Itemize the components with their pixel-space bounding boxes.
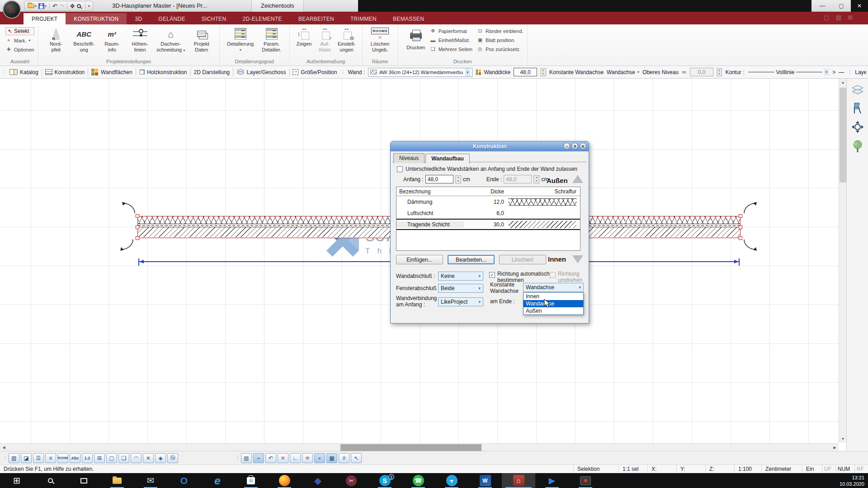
ruler-tool[interactable]: ▤ bbox=[241, 453, 252, 463]
anfang-spinner[interactable]: ▲▼ bbox=[455, 175, 461, 183]
einheit-massstab-button[interactable]: ▬Einheit/Maßst. bbox=[430, 36, 472, 44]
detailierung-button[interactable]: Detailierung▾ bbox=[223, 26, 258, 53]
copy-tool[interactable]: ❏ bbox=[118, 453, 129, 463]
mark-dropdown-icon[interactable]: ▾ bbox=[29, 38, 31, 42]
taskbar-skype[interactable]: S1 bbox=[368, 473, 401, 488]
taskbar-clock[interactable]: 13:21 10.03.2020 bbox=[840, 474, 864, 487]
dropdown-icon[interactable]: ▾ bbox=[223, 47, 258, 53]
taskbar-media-app[interactable]: ▶ bbox=[535, 473, 569, 488]
dropdown-option-innen[interactable]: Innen bbox=[524, 293, 583, 300]
drucken-button[interactable]: Drucken bbox=[402, 26, 430, 51]
tab-bearbeiten[interactable]: BEARBEITEN bbox=[290, 13, 342, 24]
wall-handle[interactable] bbox=[739, 236, 742, 240]
toolbar-grip[interactable]: ⋮ bbox=[235, 455, 240, 461]
tab-bemassen[interactable]: BEMASSEN bbox=[385, 13, 432, 24]
status-unit[interactable]: Zentimeter bbox=[761, 465, 802, 473]
maximize-button[interactable]: ▢ bbox=[832, 0, 851, 12]
raender-einblenden-button[interactable]: ⊡Ränder einblend. bbox=[477, 27, 524, 35]
loeschen-ungeb-button[interactable]: ROOMS✕LöschenUngeb. bbox=[366, 26, 394, 53]
rotate-handle-icon[interactable] bbox=[742, 202, 758, 215]
tab-projekt[interactable]: PROJEKT bbox=[24, 13, 66, 24]
north-compass-tool[interactable]: Ⓝ bbox=[167, 453, 178, 463]
eraser-tool[interactable]: ◈ bbox=[155, 453, 166, 463]
app-logo-icon[interactable]: ⌂ bbox=[3, 0, 21, 19]
ghost-icon-2[interactable]: ▤ bbox=[836, 14, 841, 21]
wall-layers-table[interactable]: Bezeichnung Dicke Schraffur Dämmung12,0 … bbox=[396, 187, 580, 251]
dropdown-icon[interactable]: ▾ bbox=[183, 48, 185, 52]
combobox-arrow-icon[interactable]: ▾ bbox=[465, 68, 470, 76]
raster-tool[interactable]: ▦ bbox=[326, 453, 337, 463]
scroll-right-button[interactable]: ▶ bbox=[831, 444, 839, 451]
niveau-spinner[interactable]: ▲▼ bbox=[717, 68, 722, 76]
grid-tool[interactable]: ⊞ bbox=[94, 453, 105, 463]
toolbar-grip[interactable]: ⋮ bbox=[340, 69, 344, 75]
save-button[interactable]: ▾ bbox=[38, 3, 47, 9]
param-detailierung-button[interactable]: Param.Detailier. bbox=[258, 26, 286, 53]
taskbar-firefox[interactable] bbox=[268, 473, 301, 488]
undo-button[interactable]: ↶ bbox=[52, 3, 57, 9]
dachverschneidung-button[interactable]: ⌂Dachver-schneidung ▾ bbox=[154, 26, 188, 53]
move-panel-icon[interactable] bbox=[852, 121, 863, 133]
select-coord-tool[interactable]: ↖ bbox=[351, 453, 362, 463]
taskbar-word[interactable]: W bbox=[468, 473, 502, 488]
wanddicke-input[interactable]: 48,0 bbox=[514, 68, 537, 76]
drawing-canvas[interactable]: softwareindustrie24 T h i n k S o f t w … bbox=[0, 79, 868, 451]
taskbar-edge[interactable]: e bbox=[201, 473, 234, 488]
layers-panel-icon[interactable] bbox=[852, 85, 863, 95]
dimension-tool[interactable]: 1.2 bbox=[82, 453, 93, 463]
optionen-button[interactable]: ✚Optionen bbox=[5, 46, 34, 53]
task-view-button[interactable] bbox=[67, 473, 100, 488]
fensterabschluss-combobox[interactable]: Beide▾ bbox=[438, 284, 483, 293]
tab-3d[interactable]: 3D bbox=[127, 13, 150, 24]
t-2d-elemente[interactable]: 2D-ELEMENTE bbox=[235, 13, 290, 24]
katalog-button[interactable]: Katalog bbox=[9, 69, 38, 75]
taskbar-explorer[interactable] bbox=[100, 473, 134, 488]
toolbar-grip[interactable]: ⋮ bbox=[847, 69, 852, 75]
rotate-handle-icon[interactable] bbox=[121, 202, 137, 215]
bearbeiten-button[interactable]: Bearbeiten... bbox=[448, 255, 495, 264]
room-label-tool[interactable]: ROOM bbox=[57, 453, 68, 463]
blatt-position-button[interactable]: ▣Blatt position. bbox=[477, 36, 524, 44]
fit-view-button[interactable]: ✥ bbox=[70, 3, 75, 9]
search-button[interactable] bbox=[33, 473, 67, 488]
toolbar-grip[interactable]: ⋮ bbox=[2, 69, 6, 75]
wandabschluss-combobox[interactable]: Keine▾ bbox=[438, 272, 483, 281]
holzkonstruktion-button[interactable]: ❒Holzkonstruktion bbox=[139, 69, 187, 76]
line-dashed-tool[interactable]: ≡ bbox=[45, 453, 56, 463]
konstante-wandachse-combobox[interactable]: Wandachse▾ bbox=[523, 283, 584, 292]
nordpfeil-button[interactable]: NNord-pfeil bbox=[42, 26, 70, 53]
dialog-help-button[interactable]: ? bbox=[571, 143, 578, 150]
scroll-down-button[interactable]: ▼ bbox=[839, 435, 847, 443]
ghost-icon-3[interactable]: ⊞ bbox=[848, 14, 853, 21]
selection-rect-tool[interactable]: ▢ bbox=[106, 453, 117, 463]
dialog-minimize-button[interactable]: ▫ bbox=[563, 143, 570, 150]
taskbar-outlook[interactable]: O bbox=[167, 473, 201, 488]
taskbar-app-dark[interactable]: ◆ bbox=[301, 473, 335, 488]
snap-point-tool[interactable]: ▪ bbox=[314, 453, 325, 463]
furniture-panel-icon[interactable] bbox=[852, 102, 863, 114]
horizontal-scroll-thumb[interactable] bbox=[340, 444, 481, 451]
wanddicke-spinner[interactable]: ▲▼ bbox=[540, 68, 546, 76]
horizontal-scrollbar[interactable]: ◀ ▶ bbox=[0, 443, 839, 451]
einstellungen-button[interactable]: ⚙Einstell-ungen bbox=[335, 26, 359, 53]
dropdown-option-wandachse[interactable]: Wandachse bbox=[524, 300, 583, 307]
section-shape-tool[interactable]: ◪ bbox=[21, 453, 32, 463]
text-tool[interactable]: Abc bbox=[70, 453, 80, 463]
expand-icon[interactable]: > bbox=[832, 69, 835, 75]
anfang-input[interactable]: 48,0 bbox=[425, 175, 453, 183]
scroll-up-button[interactable]: ▲ bbox=[839, 79, 847, 86]
zeigen-button[interactable]: ↕Zeigen bbox=[293, 26, 315, 47]
mark-button[interactable]: ⌖Mark.▾ bbox=[5, 37, 34, 44]
taskbar-mail[interactable]: ✉ bbox=[134, 473, 167, 488]
status-scale[interactable]: 1:100 bbox=[734, 465, 761, 473]
qat-overflow-button[interactable]: ▾ bbox=[88, 4, 90, 8]
tree-panel-icon[interactable] bbox=[852, 140, 863, 153]
dialog-titlebar[interactable]: Konstruktion ▫ ? ✕ bbox=[391, 141, 589, 151]
tab-konstruktion[interactable]: KONSTRUKTION bbox=[66, 13, 127, 24]
wandflaechen-button[interactable]: Wandflächen bbox=[91, 69, 132, 76]
table-row[interactable]: Dämmung12,0 bbox=[396, 196, 580, 207]
tab-niveaus[interactable]: Niveaus bbox=[393, 153, 425, 163]
start-button[interactable]: ⊞ bbox=[0, 473, 33, 488]
guide-tool[interactable]: # bbox=[339, 453, 349, 463]
dropdown-icon[interactable]: ▾ bbox=[824, 69, 829, 75]
